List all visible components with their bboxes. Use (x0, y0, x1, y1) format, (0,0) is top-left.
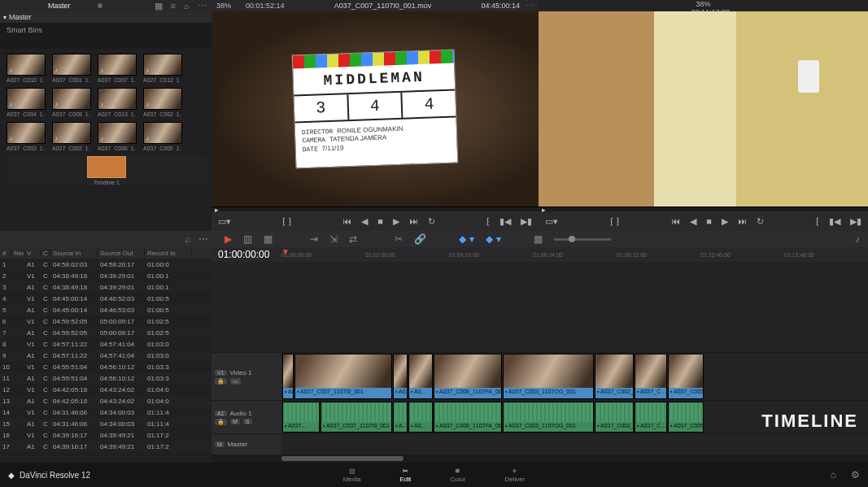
v1-clip-area[interactable]: • A037…• A037_C007_1107I0_001• A0…• A0…•… (281, 353, 868, 400)
flag-icon[interactable]: ▦ (534, 233, 543, 245)
timeline-video-clip[interactable]: • A037_C008_1107FA_001 (434, 354, 502, 399)
edit-index-row[interactable]: 5A1C04:45:00:1404:46:53:0301:00:5 (0, 304, 212, 315)
timeline-audio-clip[interactable]: • A037_C008_1107FA_001 (434, 402, 502, 433)
timeline-video-clip[interactable]: • A037… (282, 354, 294, 399)
media-clip[interactable]: ♪A037_C006_1… (98, 122, 137, 151)
marker-icon[interactable]: ◆ (486, 233, 493, 245)
timeline-hscroll[interactable] (212, 454, 868, 463)
media-clip[interactable]: ♪A027_C010_1… (7, 54, 46, 83)
blade-tool-icon[interactable]: ✂ (395, 233, 403, 245)
src-view-mode-icon[interactable]: ▭▾ (218, 216, 231, 227)
timeline-audio-clip[interactable]: • A… (393, 402, 408, 433)
master-clip-area[interactable] (281, 434, 868, 454)
edit-index-row[interactable]: 12V1C04:42:05:1804:43:24:0201:04:0 (0, 384, 212, 395)
rec-jogbar[interactable]: ▸ (539, 207, 868, 211)
page-color[interactable]: ✺Color (450, 467, 465, 483)
src-options-icon[interactable]: ⋯ (526, 2, 534, 10)
media-clip[interactable]: ♪A037_C002_1… (143, 88, 182, 117)
col-srcout[interactable]: Source Out (98, 250, 145, 257)
src-play-icon[interactable]: ▶ (393, 216, 399, 227)
v1-disable-icon[interactable]: ▭ (230, 378, 241, 385)
rec-stop-icon[interactable]: ■ (706, 216, 712, 226)
src-next-edit-icon[interactable]: ▶▮ (521, 216, 532, 227)
edit-index-row[interactable]: 9A1C04:57:11:2204:57:41:0401:03:0 (0, 350, 212, 361)
edit-index-row[interactable]: 8V1C04:57:11:2204:57:41:0401:03:0 (0, 338, 212, 350)
edit-index-row[interactable]: 11A1C04:55:51:0404:56:10:1201:03:3 (0, 372, 212, 384)
page-media[interactable]: ▤Media (343, 467, 361, 483)
list-view-icon[interactable]: ≡ (171, 1, 176, 11)
rec-play-icon[interactable]: ▶ (722, 216, 728, 227)
rec-matchframe-icon[interactable]: ⁅ ⁆ (610, 216, 619, 227)
src-step-back-icon[interactable]: ◀ (361, 216, 368, 227)
timeline-video-clip[interactable]: • A037_C002_11… (595, 354, 634, 399)
col-v[interactable]: V (24, 250, 41, 257)
a1-header[interactable]: A1Audio 1 🔒MS (212, 401, 281, 433)
page-deliver[interactable]: ✈Deliver (504, 467, 525, 483)
media-clip[interactable]: ♪A037_C005_1… (143, 122, 182, 151)
media-clip[interactable]: ♪A037_C003_1… (7, 122, 46, 151)
edit-index-row[interactable]: 14V1C04:31:46:0604:34:00:0301:11:4 (0, 407, 212, 418)
timeline-audio-clip[interactable]: • A0… (408, 402, 433, 433)
media-clip[interactable]: ♪A037_C008_1… (52, 88, 91, 117)
idx-search-icon[interactable]: ⌕ (185, 233, 190, 245)
home-icon[interactable]: ⌂ (831, 469, 836, 480)
timeline-audio-clip[interactable]: • A037… (282, 402, 320, 433)
trim-tool-icon[interactable]: ▦ (264, 233, 273, 245)
rec-first-frame-icon[interactable]: ⏮ (671, 216, 680, 226)
rec-mark-in-icon[interactable]: ⁅ (816, 216, 819, 227)
timeline-ruler[interactable]: 01:00:00:00 ▼ 01:00:00:00 01:02:08:00 01… (212, 247, 868, 262)
edit-index-row[interactable]: 4V1C04:45:00:1404:46:52:0301:00:5 (0, 293, 212, 304)
src-mark-in-icon[interactable]: ⁅ (486, 216, 490, 227)
overwrite-icon[interactable]: ⇲ (329, 233, 338, 245)
master-header[interactable]: MMaster (212, 434, 281, 454)
src-prev-edit-icon[interactable]: ▮◀ (499, 216, 511, 227)
src-clip-name[interactable]: A037_C007_1107I0_001.mov (285, 2, 482, 10)
src-jogbar[interactable]: ▸ (212, 207, 539, 211)
timeline-video-clip[interactable]: • A037_C005… (668, 354, 704, 399)
timeline-video-clip[interactable]: • A037_C003_1107OG_001 (503, 354, 594, 399)
col-srcin[interactable]: Source In (50, 250, 98, 257)
media-clip[interactable]: ♪A027_C012_1… (143, 54, 182, 83)
edit-index-row[interactable]: 13A1C04:42:05:1804:43:24:0201:04:0 (0, 395, 212, 407)
page-edit[interactable]: ✂Edit (399, 467, 411, 483)
rec-view-mode-icon[interactable]: ▭▾ (545, 216, 558, 227)
media-clip[interactable]: ♪A037_C004_1… (7, 88, 46, 117)
edit-index-row[interactable]: 2V1C04:38:49:1804:39:29:0101:00:1 (0, 270, 212, 281)
link-icon[interactable]: 🔗 (414, 233, 426, 245)
mixer-icon[interactable]: ♪ (855, 233, 860, 245)
master-bin-row[interactable]: ▾ Master (0, 11, 212, 23)
idx-options-icon[interactable]: ⋯ (198, 233, 208, 245)
a1-mute-icon[interactable]: M (230, 419, 240, 424)
snap-icon[interactable]: ◆ (459, 233, 466, 245)
timeline-audio-clip[interactable]: • A037_C002_11… (595, 402, 634, 433)
a1-lock-icon[interactable]: 🔒 (215, 419, 227, 425)
smart-bins-header[interactable]: Smart Bins (0, 23, 212, 49)
edit-index-row[interactable]: 6V1C04:59:52:0505:00:09:1701:02:5 (0, 315, 212, 327)
src-loop-icon[interactable]: ↻ (428, 216, 435, 227)
edit-index-row[interactable]: 1A1C04:58:02:0304:58:20:1701:00:0 (0, 259, 212, 270)
settings-gear-icon[interactable]: ⚙ (851, 469, 860, 480)
timeline-video-clip[interactable]: • A037_C007_1107I0_001 (294, 354, 392, 399)
col-ree[interactable]: Ree (11, 250, 24, 257)
media-clip[interactable]: ♪A027_C013_1… (98, 88, 137, 117)
zoom-slider[interactable] (554, 238, 611, 241)
timeline-audio-clip[interactable]: • A037_C… (635, 402, 667, 433)
rec-prev-edit-icon[interactable]: ▮◀ (829, 216, 840, 227)
arrow-tool-icon[interactable]: ▶ (225, 233, 232, 245)
a1-solo-icon[interactable]: S (243, 419, 252, 424)
col-recin[interactable]: Record In (145, 250, 192, 257)
rec-step-fwd-icon[interactable]: ⏭ (738, 216, 747, 226)
col-num[interactable]: # (0, 250, 11, 257)
edit-index-row[interactable]: 3A1C04:38:49:1804:39:29:0101:00:1 (0, 281, 212, 293)
timeline-audio-clip[interactable]: • A037_C007_1107I0_001 (321, 402, 392, 433)
src-stop-icon[interactable]: ■ (377, 216, 383, 226)
edit-index-row[interactable]: 15A1C04:31:46:0604:34:00:0301:11:4 (0, 418, 212, 429)
rec-next-edit-icon[interactable]: ▶▮ (850, 216, 861, 227)
media-clip[interactable]: ♪A037_C001_1… (52, 54, 91, 83)
src-step-fwd-icon[interactable]: ⏭ (409, 216, 418, 226)
timeline-clip[interactable]: Timeline 1 (7, 156, 207, 185)
selection-tool-icon[interactable]: ▥ (243, 233, 252, 245)
timeline-video-clip[interactable]: • A037_C… (635, 354, 667, 399)
col-c[interactable]: C (41, 250, 50, 257)
timeline-audio-clip[interactable]: • A037_C005… (668, 402, 704, 433)
